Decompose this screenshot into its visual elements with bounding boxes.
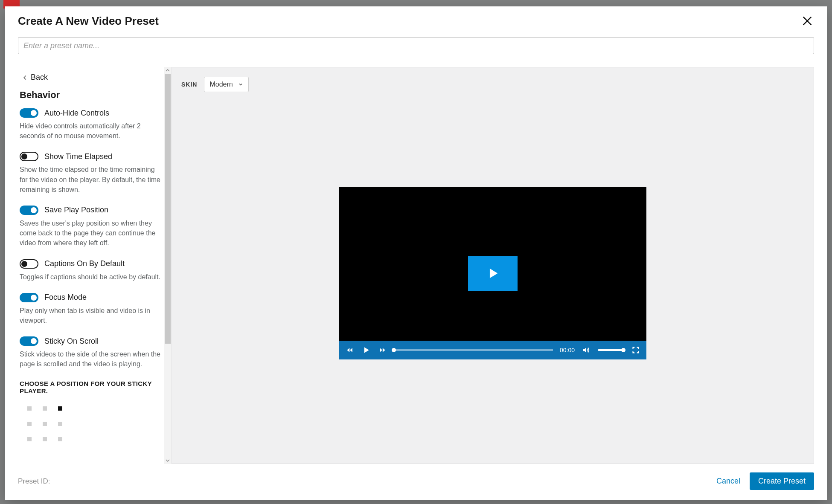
close-icon xyxy=(801,15,813,27)
preset-name-input[interactable] xyxy=(18,37,814,54)
scroll-thumb[interactable] xyxy=(165,74,171,344)
volume-slider[interactable] xyxy=(598,349,624,351)
modal-title: Create A New Video Preset xyxy=(18,14,159,28)
skin-select[interactable]: Modern xyxy=(204,77,248,92)
forward-icon xyxy=(378,346,387,354)
toggle-focus-mode[interactable] xyxy=(20,293,38,302)
big-play-button[interactable] xyxy=(468,256,518,291)
toggle-sticky-on-scroll[interactable] xyxy=(20,336,38,346)
toggle-auto-hide-controls[interactable] xyxy=(20,108,38,118)
play-small-icon xyxy=(362,346,370,354)
option-description: Stick videos to the side of the screen w… xyxy=(20,349,162,369)
option-label: Show Time Elapsed xyxy=(44,152,112,161)
pos-bot-right[interactable] xyxy=(53,432,67,446)
pos-mid-left[interactable] xyxy=(22,417,37,431)
settings-sidebar[interactable]: Back Behavior Auto-Hide Controls Hide vi… xyxy=(18,67,172,464)
player-controls: 00:00 xyxy=(339,341,646,359)
rewind-button[interactable] xyxy=(345,345,355,355)
pos-mid-center[interactable] xyxy=(38,417,52,431)
option-label: Auto-Hide Controls xyxy=(44,109,109,118)
volume-icon xyxy=(582,346,591,354)
scroll-up-icon[interactable] xyxy=(164,67,172,74)
video-area[interactable] xyxy=(339,187,646,359)
toggle-show-time-elapsed[interactable] xyxy=(20,152,38,161)
sticky-position-heading: CHOOSE A POSITION FOR YOUR STICKY PLAYER… xyxy=(20,380,162,394)
pos-bot-center[interactable] xyxy=(38,432,52,446)
option-description: Play only when tab is visible and video … xyxy=(20,306,162,325)
preset-id-label: Preset ID: xyxy=(18,477,50,486)
option-description: Show the time elapsed or the time remain… xyxy=(20,165,162,194)
create-preset-button[interactable]: Create Preset xyxy=(750,472,814,490)
toggle-captions-default[interactable] xyxy=(20,259,38,269)
video-player: 00:00 xyxy=(339,187,646,359)
progress-bar[interactable] xyxy=(394,349,553,351)
close-button[interactable] xyxy=(800,14,814,28)
volume-button[interactable] xyxy=(582,345,591,355)
option-description: Toggles if captions should be active by … xyxy=(20,272,162,282)
create-preset-modal: Create A New Video Preset Back Behavior xyxy=(5,6,827,500)
forward-button[interactable] xyxy=(378,345,387,355)
option-label: Sticky On Scroll xyxy=(44,337,99,346)
skin-label: SKIN xyxy=(181,81,197,88)
scroll-down-icon[interactable] xyxy=(164,457,172,464)
chevron-down-icon xyxy=(238,82,243,87)
option-description: Saves the user's play position so when t… xyxy=(20,218,162,248)
option-label: Captions On By Default xyxy=(44,259,125,268)
pos-mid-right[interactable] xyxy=(53,417,67,431)
pos-bot-left[interactable] xyxy=(22,432,37,446)
option-label: Save Play Position xyxy=(44,206,108,214)
cancel-button[interactable]: Cancel xyxy=(716,477,740,486)
sidebar-scrollbar[interactable] xyxy=(164,67,172,464)
fullscreen-button[interactable] xyxy=(631,345,640,355)
rewind-icon xyxy=(346,346,354,354)
sticky-position-grid xyxy=(22,401,162,446)
back-button[interactable]: Back xyxy=(22,73,162,82)
play-button[interactable] xyxy=(361,345,371,355)
back-label: Back xyxy=(31,73,48,82)
time-display: 00:00 xyxy=(560,347,575,353)
option-label: Focus Mode xyxy=(44,293,87,302)
section-title: Behavior xyxy=(20,90,162,101)
play-icon xyxy=(486,266,500,281)
toggle-save-play-position[interactable] xyxy=(20,206,38,215)
option-description: Hide video controls automatically after … xyxy=(20,121,162,141)
fullscreen-icon xyxy=(631,346,640,354)
pos-top-center[interactable] xyxy=(38,401,52,416)
skin-value: Modern xyxy=(209,81,233,88)
preview-panel: SKIN Modern xyxy=(172,67,814,464)
pos-top-left[interactable] xyxy=(22,401,37,416)
chevron-left-icon xyxy=(22,75,28,81)
pos-top-right[interactable] xyxy=(53,401,67,416)
